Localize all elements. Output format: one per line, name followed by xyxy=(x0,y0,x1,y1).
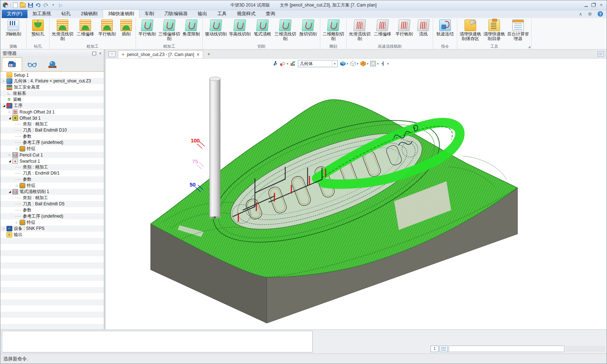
run-button[interactable]: ▷ xyxy=(58,2,64,8)
button-bulge-cut[interactable]: 胀切切削 xyxy=(297,18,319,37)
tree-item-class[interactable]: 类别 : 精加工 xyxy=(0,195,104,201)
section-view-icon[interactable] xyxy=(380,60,386,67)
expander-icon[interactable]: ▷ xyxy=(2,227,6,230)
combo-dropdown-icon[interactable]: ▾ xyxy=(332,60,337,67)
erase-dropdown-icon[interactable]: ▾ xyxy=(287,62,288,65)
expander-icon[interactable]: ◢ xyxy=(8,116,12,120)
tree-item-clearance[interactable]: 加工安全高度 xyxy=(0,84,104,90)
tree-item-features[interactable]: ▷特征 xyxy=(0,146,104,152)
expander-icon[interactable]: ▷ xyxy=(8,110,12,114)
preview-icon[interactable] xyxy=(370,60,376,67)
help-icon[interactable]: ? xyxy=(598,11,603,17)
button-offset-2d[interactable]: 二维偏移 xyxy=(74,18,96,37)
expander-icon[interactable]: ◢ xyxy=(2,104,6,107)
tab-file[interactable]: 文件(F) xyxy=(2,10,27,18)
shaded-display-icon[interactable] xyxy=(339,60,346,67)
shaded-dropdown-icon[interactable]: ▾ xyxy=(347,62,348,65)
viewport-3d[interactable]: ▾ 几何体 ▾ ▾ ▾ xyxy=(106,59,607,329)
button-offset-3d-cut[interactable]: 三维偏移切削 xyxy=(157,18,181,41)
close-button[interactable]: × xyxy=(599,3,604,7)
filter-combo[interactable]: 几何体 ▾ xyxy=(298,60,338,67)
settings-gear-icon[interactable]: ⚙ xyxy=(588,12,592,17)
qat-customize-dropdown-icon[interactable]: ▾ xyxy=(50,2,56,8)
tree-item-pencil-cut[interactable]: ▷Pencil Cut 1 xyxy=(0,152,104,158)
app-logo-icon[interactable] xyxy=(3,2,8,8)
tree-item-class[interactable]: 类别 : 精加工 xyxy=(0,164,104,170)
button-smooth-flow-cut[interactable]: 光滑流线切削 xyxy=(51,18,74,41)
restore-button[interactable] xyxy=(591,3,595,7)
tree-item-tool[interactable]: 刀具 : Ball Endmill D5 xyxy=(0,201,104,207)
button-hsm-offset-2d[interactable]: 二维偏移 xyxy=(372,18,393,37)
button-drive-line-cut[interactable]: 驱动线切削 xyxy=(204,18,228,37)
button-angle-limit[interactable]: 角度限制 xyxy=(181,18,201,37)
tool-cylinder[interactable] xyxy=(209,77,221,219)
tab-close-icon[interactable]: × xyxy=(197,52,199,57)
redo-button[interactable] xyxy=(43,2,48,8)
expander-icon[interactable]: ◢ xyxy=(8,159,12,163)
tree-item-swarfcut[interactable]: ◢Swarfcut 1 xyxy=(0,158,104,164)
tree-item-parameters[interactable]: 参数 xyxy=(0,207,104,213)
tree-item-geometry[interactable]: ▷几何体 : 4. Fixture < pencil_shoe_cut.Z3 xyxy=(0,78,104,84)
tab-list-icon[interactable]: × xyxy=(108,51,116,57)
tab-visual-style[interactable]: 视觉样式 xyxy=(232,10,261,18)
tab-3axis-quick-milling[interactable]: 3轴快速铣削 xyxy=(103,9,140,18)
tree-item-ref-op[interactable]: 参考工序 (undefined) xyxy=(0,140,104,146)
expander-icon[interactable]: ◢ xyxy=(8,190,12,193)
save-button[interactable] xyxy=(27,2,33,8)
tab-inquire[interactable]: 查询 xyxy=(261,10,280,18)
button-plunge-cut[interactable]: 插削 xyxy=(118,18,134,37)
walkthrough-icon[interactable] xyxy=(272,60,278,67)
tab-cam-manager[interactable] xyxy=(2,57,22,71)
button-2d-engrave-cut[interactable]: 二维雕刻切削 xyxy=(321,18,345,41)
collapse-ribbon-icon[interactable]: ∧ xyxy=(579,12,582,17)
open-file-button[interactable] xyxy=(20,2,26,8)
tree-item-pencil-cleanup-cut[interactable]: ◢笔式清根切削 1 xyxy=(0,189,104,195)
button-3axis-mill[interactable]: 3轴铣削 xyxy=(1,18,25,37)
button-hsm-flowline[interactable]: 流线 xyxy=(415,18,432,37)
dialog-launcher-icon[interactable]: ◢ xyxy=(528,45,530,48)
tree-item-features[interactable]: ▷特征 xyxy=(0,183,104,189)
tree-item-tool[interactable]: 刀具 : Endmill D6/1 xyxy=(0,170,104,176)
button-hsm-parallel-mill[interactable]: 平行铣削 xyxy=(393,18,415,37)
preview-dropdown-icon[interactable]: ▾ xyxy=(377,62,379,65)
filter-icon[interactable] xyxy=(290,60,296,67)
viewport-3d-scene[interactable]: 100 75 50 xyxy=(106,59,607,329)
tab-tools[interactable]: 工具 xyxy=(212,10,232,18)
tree-item-tool[interactable]: 刀具 : Ball Endmill D10 xyxy=(0,127,104,133)
document-tab[interactable]: + pencil_shoe_cut.Z3 - [7. Cam plan] × xyxy=(118,50,203,58)
tree-item-ref-op[interactable]: 参考工序 (undefined) xyxy=(0,213,104,219)
facet-dropdown-icon[interactable]: ▾ xyxy=(367,62,368,65)
tree-item-class[interactable]: 类别 : 精加工 xyxy=(0,121,104,127)
tree-item-output[interactable]: 输出 xyxy=(0,232,104,238)
button-background-calc-manager[interactable]: 后台计算管理器 xyxy=(506,18,530,41)
tree-item-operations[interactable]: ◢工序 xyxy=(0,103,104,109)
tab-2axis-milling[interactable]: 2轴铣削 xyxy=(76,10,103,18)
tree-item-frame[interactable]: 坐标系 xyxy=(0,90,104,97)
wireframe-display-icon[interactable] xyxy=(350,60,356,67)
expander-icon[interactable]: ▷ xyxy=(2,80,6,83)
undo-button[interactable] xyxy=(35,2,41,8)
minimize-button[interactable] xyxy=(585,3,588,7)
button-toolpath-link[interactable]: 轨迹连结 xyxy=(434,18,456,37)
prompt-counter-button[interactable]: 1 xyxy=(431,346,439,352)
button-clear-qm-directory[interactable]: 清理快速铣削目录 xyxy=(482,18,506,41)
window-arrange-icon[interactable] xyxy=(598,51,604,57)
tree-item-rough-offset-2d[interactable]: ▷Rough Offset 2d 1 xyxy=(0,109,104,115)
tab-turning[interactable]: 车削 xyxy=(140,10,159,18)
button-3d-flowline-cut[interactable]: 三维流线切削 xyxy=(273,18,297,41)
command-input[interactable] xyxy=(449,346,564,352)
expander-icon[interactable]: ▷ xyxy=(8,153,12,157)
expander-icon[interactable]: ▷ xyxy=(15,147,19,150)
tree-item-machine[interactable]: ▷设备 : SNK FPS xyxy=(0,226,104,232)
tree-item-setup[interactable]: Setup 1 xyxy=(0,72,104,78)
button-zlevel-cut[interactable]: 等高线切削 xyxy=(228,18,252,37)
tab-toolpath-editor[interactable]: 刀轨编辑器 xyxy=(159,10,193,18)
tab-render-manager[interactable] xyxy=(42,57,63,71)
button-pencil-cleanup[interactable]: 笔式清根 xyxy=(252,18,273,37)
tree-item-parameters[interactable]: 参数 xyxy=(0,133,104,140)
tree-item-strategy[interactable]: 策略 xyxy=(0,97,104,103)
expander-icon[interactable]: ▷ xyxy=(15,184,19,187)
erase-icon[interactable] xyxy=(279,60,286,67)
tab-plus-icon[interactable]: + xyxy=(122,52,124,57)
section-dropdown-icon[interactable]: ▾ xyxy=(387,62,389,65)
